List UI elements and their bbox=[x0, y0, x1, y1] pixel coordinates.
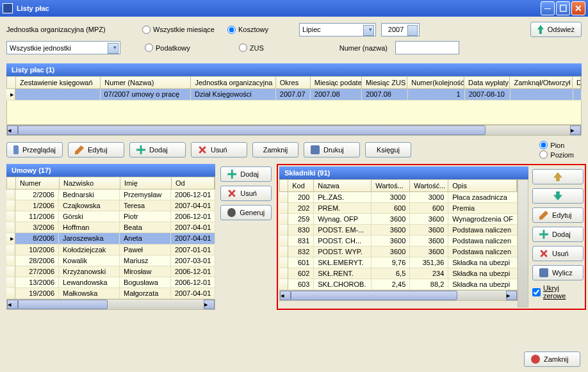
umowy-hscroll[interactable]: ◂ ▸ bbox=[6, 299, 215, 310]
skladniki-edit-button[interactable]: Edytuj bbox=[532, 207, 584, 223]
delete-icon bbox=[537, 247, 550, 260]
listy-hscroll[interactable]: ◂ ▸ bbox=[6, 125, 582, 136]
listy-columns: Zestawienie księgowań Numer (Nazwa) Jedn… bbox=[6, 76, 582, 89]
filter-panel: Jednostka organizacyjna (MPZ) Wszystkie … bbox=[0, 17, 588, 63]
arrow-down-icon bbox=[553, 191, 562, 200]
umowy-buttons: Dodaj Usuń Generuj bbox=[220, 164, 272, 310]
skladniki-row[interactable]: 602SKŁ.RENT.6,5234Składka na ubezpi bbox=[279, 268, 518, 279]
power-icon bbox=[531, 355, 540, 364]
year-spinner[interactable]: 2007 bbox=[381, 23, 420, 36]
skladniki-row[interactable]: 603SKŁ.CHOROB.2,4588,2Składka na ubezpi bbox=[279, 279, 518, 290]
umowy-row[interactable]: 11/2006GórskiPiotr2006-12-01 bbox=[6, 211, 215, 222]
unit-dropdown[interactable]: Wszystkie jednostki bbox=[6, 41, 120, 54]
skladniki-row[interactable]: 832PODST. WYP.36003600Podstawa naliczen bbox=[279, 247, 518, 257]
number-input[interactable] bbox=[395, 41, 459, 54]
umowy-row[interactable]: 28/2006KowalikMariusz2007-03-01 bbox=[6, 255, 215, 266]
app-icon bbox=[3, 3, 13, 13]
umowy-row[interactable]: 1/2006CzajkowskaTeresa2007-04-01 bbox=[6, 200, 215, 211]
skladniki-row[interactable]: 601SKŁ.EMERYT.9,76351,36Składka na ubezp… bbox=[279, 257, 518, 268]
title-bar: Listy płac ─ ☐ ✕ bbox=[0, 0, 588, 17]
skladniki-columns: Kod Nazwa Wartoś... Wartość... Opis bbox=[279, 179, 518, 192]
refresh-button[interactable]: Odśwież bbox=[530, 22, 582, 37]
radio-kosztowy[interactable]: Kosztowy bbox=[227, 26, 268, 34]
radio-all-months[interactable]: Wszystkie miesiące bbox=[142, 26, 215, 34]
skladniki-header: Składniki (91) bbox=[279, 166, 528, 179]
skladniki-add-button[interactable]: Dodaj bbox=[532, 227, 584, 242]
radio-poziom[interactable]: Poziom bbox=[539, 150, 574, 159]
edit-icon bbox=[539, 211, 548, 220]
skladniki-calc-button[interactable]: Wylicz bbox=[532, 265, 584, 280]
unit-label: Jednostka organizacyjna (MPZ) bbox=[6, 26, 135, 33]
umowy-row[interactable]: ▸8/2006JaroszewskaAneta2007-04-01 bbox=[6, 233, 215, 245]
add-button[interactable]: Dodaj bbox=[129, 142, 186, 158]
umowy-columns: Numer Nazwisko Imię Od bbox=[6, 177, 215, 190]
move-down-button[interactable] bbox=[532, 188, 584, 204]
maximize-button[interactable]: ☐ bbox=[556, 1, 570, 15]
umowy-row[interactable]: 3/2006HoffmanBeata2007-04-01 bbox=[6, 222, 215, 233]
skladniki-row[interactable]: 831PODST. CH...36003600Podstawa naliczen bbox=[279, 236, 518, 247]
umowy-header: Umowy (17) bbox=[6, 164, 215, 177]
main-toolbar: Przeglądaj Edytuj Dodaj Usuń Zamknij Dru… bbox=[0, 136, 588, 164]
skladniki-buttons: Edytuj Dodaj Usuń Wylicz Ukryj zerowe bbox=[532, 166, 584, 307]
skladniki-vscroll[interactable] bbox=[518, 179, 528, 307]
umowy-delete-button[interactable]: Usuń bbox=[220, 186, 272, 201]
minimize-button[interactable]: ─ bbox=[541, 1, 555, 15]
footer-close-button[interactable]: Zamknij bbox=[524, 352, 580, 367]
gear-icon bbox=[227, 208, 236, 217]
radio-podatkowy[interactable]: Podatkowy bbox=[145, 44, 190, 52]
umowy-row[interactable]: 10/2006KołodziejczakPaweł2007-01-01 bbox=[6, 245, 215, 255]
print-button[interactable]: Drukuj bbox=[304, 142, 360, 158]
edit-icon bbox=[75, 145, 84, 154]
umowy-add-button[interactable]: Dodaj bbox=[220, 166, 272, 182]
number-label: Numer (nazwa) bbox=[339, 44, 388, 52]
refresh-icon bbox=[537, 25, 544, 34]
radio-pion[interactable]: Pion bbox=[539, 141, 574, 149]
add-icon bbox=[227, 170, 236, 179]
umowy-row[interactable]: 19/2006MałkowskaMałgorzata2007-04-01 bbox=[6, 288, 215, 299]
umowy-row[interactable]: 27/2006KrzyżanowskiMirosław2006-12-01 bbox=[6, 266, 215, 277]
book-button[interactable]: Księguj bbox=[365, 142, 411, 158]
print-icon bbox=[311, 145, 320, 154]
arrow-up-icon bbox=[553, 172, 562, 181]
umowy-row[interactable]: 13/2006LewandowskaBogusława2006-12-01 bbox=[6, 277, 215, 288]
delete-button[interactable]: Usuń bbox=[191, 142, 247, 158]
umowy-generate-button[interactable]: Generuj bbox=[220, 205, 272, 220]
month-dropdown[interactable]: Lipiec bbox=[299, 23, 376, 36]
calc-icon bbox=[539, 268, 548, 277]
skladniki-row[interactable]: 200PŁ.ZAS.30003000Płaca zasadnicza bbox=[279, 192, 518, 203]
radio-zus[interactable]: ZUS bbox=[239, 44, 264, 52]
listy-header: Listy płac (1) bbox=[6, 63, 582, 76]
delete-icon bbox=[225, 187, 238, 200]
skladniki-hscroll[interactable]: ◂ ▸ bbox=[279, 290, 518, 301]
umowy-row[interactable]: 2/2006BednarskiPrzemysław2006-12-01 bbox=[6, 190, 215, 200]
listy-row[interactable]: ▸ 07/2007 umowy o pracę Dział Księgowośc… bbox=[6, 89, 582, 101]
skladniki-row[interactable]: 830PODST. EM-...36003600Podstawa nalicze… bbox=[279, 225, 518, 236]
umowy-panel: Umowy (17) Numer Nazwisko Imię Od 2/2006… bbox=[6, 164, 215, 310]
skladniki-highlight: Składniki (91) Kod Nazwa Wartoś... Warto… bbox=[277, 164, 586, 310]
add-icon bbox=[136, 145, 145, 154]
add-icon bbox=[539, 230, 548, 239]
view-icon bbox=[13, 145, 19, 154]
close-list-button[interactable]: Zamknij bbox=[252, 142, 298, 158]
skladniki-delete-button[interactable]: Usuń bbox=[532, 246, 584, 261]
skladniki-row[interactable]: 259Wynag. OFP36003600Wynagrodzenia OF bbox=[279, 214, 518, 225]
window-title: Listy płac bbox=[17, 4, 49, 12]
skladniki-panel: Składniki (91) Kod Nazwa Wartoś... Warto… bbox=[279, 166, 528, 307]
hide-zero-checkbox[interactable]: Ukryj zerowe bbox=[532, 284, 584, 300]
edit-button[interactable]: Edytuj bbox=[68, 142, 124, 158]
skladniki-row[interactable]: 202PREM.600600Premia bbox=[279, 203, 518, 214]
delete-icon bbox=[196, 143, 209, 156]
close-window-button[interactable]: ✕ bbox=[571, 1, 585, 15]
move-up-button[interactable] bbox=[532, 169, 584, 184]
view-button[interactable]: Przeglądaj bbox=[6, 142, 63, 158]
